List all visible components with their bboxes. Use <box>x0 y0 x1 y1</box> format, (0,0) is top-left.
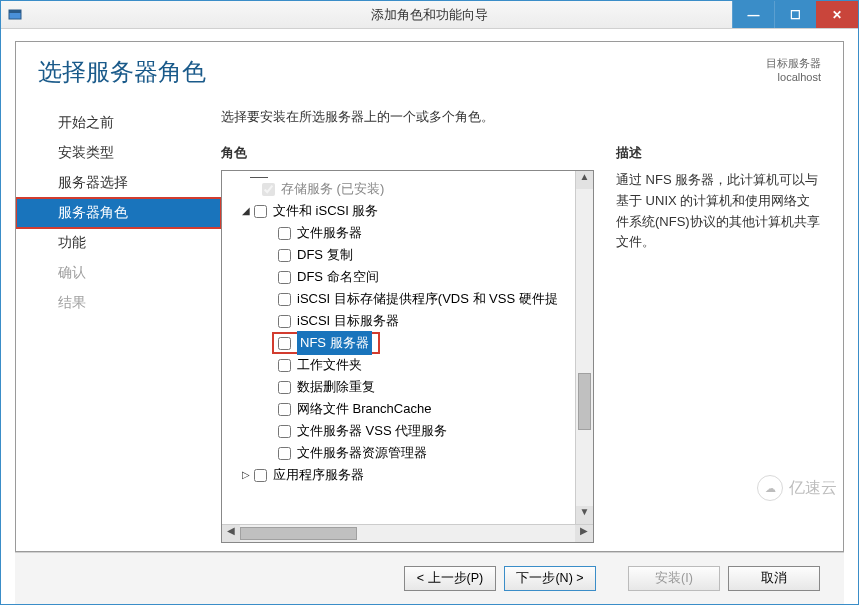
role-dfs-namespace[interactable]: DFS 命名空间 <box>222 266 575 288</box>
previous-button[interactable]: < 上一步(P) <box>404 566 496 591</box>
wizard-panel: 选择服务器角色 目标服务器 localhost 开始之前 安装类型 服务器选择 … <box>15 41 844 552</box>
columns: 角色 存储服务 (已安装) <box>221 144 821 543</box>
checkbox-branchcache[interactable] <box>278 403 291 416</box>
checkbox-app-server[interactable] <box>254 469 267 482</box>
description-column: 描述 通过 NFS 服务器，此计算机可以与基于 UNIX 的计算机和使用网络文件… <box>616 144 821 543</box>
scroll-track[interactable] <box>576 189 593 506</box>
checkbox-storage-services <box>262 183 275 196</box>
checkbox-file-server[interactable] <box>278 227 291 240</box>
checkbox-iscsi-target-provider[interactable] <box>278 293 291 306</box>
scroll-left-icon[interactable]: ◀ <box>222 525 240 542</box>
scroll-thumb[interactable] <box>578 373 591 430</box>
nav-server-roles[interactable]: 服务器角色 <box>16 198 221 228</box>
role-iscsi-target-server[interactable]: iSCSI 目标服务器 <box>222 310 575 332</box>
scroll-track[interactable] <box>240 525 575 542</box>
role-vss-agent[interactable]: 文件服务器 VSS 代理服务 <box>222 420 575 442</box>
description-label: 描述 <box>616 144 821 162</box>
checkbox-dfs-replication[interactable] <box>278 249 291 262</box>
install-button: 安装(I) <box>628 566 720 591</box>
vertical-scrollbar[interactable]: ▲ ▼ <box>575 171 593 524</box>
nav-results: 结果 <box>16 288 221 318</box>
button-bar: < 上一步(P) 下一步(N) > 安装(I) 取消 <box>15 552 844 604</box>
role-data-dedup[interactable]: 数据删除重复 <box>222 376 575 398</box>
horizontal-scrollbar[interactable]: ◀ ▶ <box>222 524 593 542</box>
checkbox-iscsi-target-server[interactable] <box>278 315 291 328</box>
target-name: localhost <box>766 71 821 83</box>
content-area: 选择服务器角色 目标服务器 localhost 开始之前 安装类型 服务器选择 … <box>1 29 858 604</box>
body-row: 开始之前 安装类型 服务器选择 服务器角色 功能 确认 结果 选择要安装在所选服… <box>16 108 843 551</box>
scroll-up-icon[interactable]: ▲ <box>576 171 593 189</box>
role-iscsi-target-provider[interactable]: iSCSI 目标存储提供程序(VDS 和 VSS 硬件提 <box>222 288 575 310</box>
role-nfs-server[interactable]: NFS 服务器 <box>222 332 575 354</box>
next-button[interactable]: 下一步(N) > <box>504 566 596 591</box>
nav-server-selection[interactable]: 服务器选择 <box>16 168 221 198</box>
roles-tree[interactable]: 存储服务 (已安装) ◢ 文件和 iSCSI 服务 <box>222 171 575 524</box>
role-dfs-replication[interactable]: DFS 复制 <box>222 244 575 266</box>
tree-connector <box>250 177 268 178</box>
checkbox-vss-agent[interactable] <box>278 425 291 438</box>
role-branchcache[interactable]: 网络文件 BranchCache <box>222 398 575 420</box>
titlebar[interactable]: 添加角色和功能向导 — ☐ ✕ <box>1 1 858 29</box>
nav-features[interactable]: 功能 <box>16 228 221 258</box>
wizard-window: 添加角色和功能向导 — ☐ ✕ 选择服务器角色 目标服务器 localhost … <box>0 0 859 605</box>
expander-icon[interactable]: ▷ <box>240 464 252 486</box>
page-title: 选择服务器角色 <box>38 56 206 88</box>
checkbox-file-iscsi[interactable] <box>254 205 267 218</box>
instruction-text: 选择要安装在所选服务器上的一个或多个角色。 <box>221 108 821 126</box>
roles-listbox: 存储服务 (已安装) ◢ 文件和 iSCSI 服务 <box>221 170 594 543</box>
expander-icon[interactable]: ◢ <box>240 200 252 222</box>
checkbox-work-folders[interactable] <box>278 359 291 372</box>
main-area: 选择要安装在所选服务器上的一个或多个角色。 角色 <box>221 108 821 543</box>
scroll-right-icon[interactable]: ▶ <box>575 525 593 542</box>
target-label: 目标服务器 <box>766 56 821 71</box>
scroll-thumb[interactable] <box>240 527 357 540</box>
cancel-button[interactable]: 取消 <box>728 566 820 591</box>
role-file-iscsi[interactable]: ◢ 文件和 iSCSI 服务 <box>222 200 575 222</box>
scroll-down-icon[interactable]: ▼ <box>576 506 593 524</box>
nav-confirmation: 确认 <box>16 258 221 288</box>
roles-label: 角色 <box>221 144 594 162</box>
window-title: 添加角色和功能向导 <box>1 6 858 24</box>
roles-column: 角色 存储服务 (已安装) <box>221 144 594 543</box>
checkbox-data-dedup[interactable] <box>278 381 291 394</box>
description-text: 通过 NFS 服务器，此计算机可以与基于 UNIX 的计算机和使用网络文件系统(… <box>616 170 821 253</box>
nav-sidebar: 开始之前 安装类型 服务器选择 服务器角色 功能 确认 结果 <box>16 108 221 543</box>
nav-before-you-begin[interactable]: 开始之前 <box>16 108 221 138</box>
target-server-box: 目标服务器 localhost <box>766 56 821 83</box>
nav-installation-type[interactable]: 安装类型 <box>16 138 221 168</box>
role-storage-services: 存储服务 (已安装) <box>222 178 575 200</box>
role-file-server[interactable]: 文件服务器 <box>222 222 575 244</box>
checkbox-nfs-server[interactable] <box>278 337 291 350</box>
checkbox-fsrm[interactable] <box>278 447 291 460</box>
role-app-server[interactable]: ▷ 应用程序服务器 <box>222 464 575 486</box>
role-work-folders[interactable]: 工作文件夹 <box>222 354 575 376</box>
checkbox-dfs-namespace[interactable] <box>278 271 291 284</box>
heading-row: 选择服务器角色 目标服务器 localhost <box>16 56 843 88</box>
role-fsrm[interactable]: 文件服务器资源管理器 <box>222 442 575 464</box>
